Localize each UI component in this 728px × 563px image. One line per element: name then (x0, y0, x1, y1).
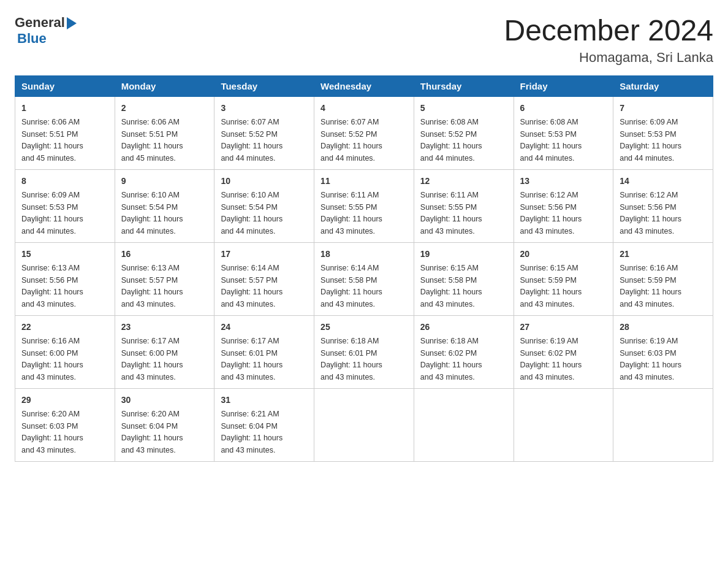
calendar-cell (314, 388, 414, 461)
day-number: 16 (121, 248, 208, 261)
calendar-cell: 23 Sunrise: 6:17 AMSunset: 6:00 PMDaylig… (115, 315, 214, 388)
day-number: 19 (420, 248, 507, 261)
calendar-cell: 5 Sunrise: 6:08 AMSunset: 5:52 PMDayligh… (414, 96, 514, 169)
calendar-cell: 21 Sunrise: 6:16 AMSunset: 5:59 PMDaylig… (613, 242, 713, 315)
calendar-cell: 17 Sunrise: 6:14 AMSunset: 5:57 PMDaylig… (214, 242, 314, 315)
day-info: Sunrise: 6:06 AMSunset: 5:51 PMDaylight:… (21, 118, 83, 163)
day-number: 5 (420, 102, 507, 115)
calendar-header-wednesday: Wednesday (314, 75, 414, 96)
day-info: Sunrise: 6:18 AMSunset: 6:02 PMDaylight:… (420, 337, 482, 381)
calendar-cell: 3 Sunrise: 6:07 AMSunset: 5:52 PMDayligh… (214, 96, 314, 169)
day-info: Sunrise: 6:11 AMSunset: 5:55 PMDaylight:… (420, 191, 482, 236)
day-info: Sunrise: 6:07 AMSunset: 5:52 PMDaylight:… (221, 118, 282, 163)
calendar-week-row: 29 Sunrise: 6:20 AMSunset: 6:03 PMDaylig… (15, 388, 713, 461)
calendar-cell: 22 Sunrise: 6:16 AMSunset: 6:00 PMDaylig… (15, 315, 115, 388)
day-number: 2 (121, 102, 208, 115)
calendar-cell: 25 Sunrise: 6:18 AMSunset: 6:01 PMDaylig… (314, 315, 414, 388)
day-number: 9 (121, 175, 208, 188)
day-info: Sunrise: 6:13 AMSunset: 5:56 PMDaylight:… (21, 264, 83, 308)
day-info: Sunrise: 6:15 AMSunset: 5:59 PMDaylight:… (520, 264, 582, 308)
day-number: 20 (520, 248, 607, 261)
day-number: 18 (320, 248, 408, 261)
calendar-cell: 6 Sunrise: 6:08 AMSunset: 5:53 PMDayligh… (514, 96, 613, 169)
calendar-cell: 26 Sunrise: 6:18 AMSunset: 6:02 PMDaylig… (414, 315, 514, 388)
calendar-cell: 18 Sunrise: 6:14 AMSunset: 5:58 PMDaylig… (314, 242, 414, 315)
calendar-week-row: 22 Sunrise: 6:16 AMSunset: 6:00 PMDaylig… (15, 315, 713, 388)
calendar-cell: 24 Sunrise: 6:17 AMSunset: 6:01 PMDaylig… (214, 315, 314, 388)
calendar-cell: 13 Sunrise: 6:12 AMSunset: 5:56 PMDaylig… (514, 169, 613, 242)
calendar-header-monday: Monday (115, 75, 214, 96)
calendar-week-row: 1 Sunrise: 6:06 AMSunset: 5:51 PMDayligh… (15, 96, 713, 169)
logo: General Blue (15, 15, 77, 47)
calendar-cell: 9 Sunrise: 6:10 AMSunset: 5:54 PMDayligh… (115, 169, 214, 242)
day-info: Sunrise: 6:20 AMSunset: 6:04 PMDaylight:… (121, 410, 183, 454)
calendar-cell: 4 Sunrise: 6:07 AMSunset: 5:52 PMDayligh… (314, 96, 414, 169)
calendar-cell: 15 Sunrise: 6:13 AMSunset: 5:56 PMDaylig… (15, 242, 115, 315)
day-info: Sunrise: 6:19 AMSunset: 6:03 PMDaylight:… (620, 337, 681, 381)
day-info: Sunrise: 6:11 AMSunset: 5:55 PMDaylight:… (320, 191, 382, 236)
calendar-header-tuesday: Tuesday (214, 75, 314, 96)
day-info: Sunrise: 6:15 AMSunset: 5:58 PMDaylight:… (420, 264, 482, 308)
day-info: Sunrise: 6:14 AMSunset: 5:57 PMDaylight:… (221, 264, 282, 308)
day-number: 30 (121, 394, 208, 407)
day-number: 7 (620, 102, 707, 115)
day-number: 15 (21, 248, 108, 261)
calendar-table: SundayMondayTuesdayWednesdayThursdayFrid… (15, 75, 713, 462)
calendar-cell: 2 Sunrise: 6:06 AMSunset: 5:51 PMDayligh… (115, 96, 214, 169)
day-number: 6 (520, 102, 607, 115)
page-header: General Blue December 2024 Homagama, Sri… (15, 15, 713, 66)
calendar-header-thursday: Thursday (414, 75, 514, 96)
day-number: 11 (320, 175, 408, 188)
day-info: Sunrise: 6:08 AMSunset: 5:53 PMDaylight:… (520, 118, 582, 163)
day-number: 4 (320, 102, 408, 115)
logo-blue-text: Blue (17, 31, 47, 47)
calendar-cell: 7 Sunrise: 6:09 AMSunset: 5:53 PMDayligh… (613, 96, 713, 169)
day-info: Sunrise: 6:14 AMSunset: 5:58 PMDaylight:… (320, 264, 382, 308)
day-info: Sunrise: 6:09 AMSunset: 5:53 PMDaylight:… (620, 118, 681, 163)
day-number: 23 (121, 321, 208, 334)
calendar-cell: 1 Sunrise: 6:06 AMSunset: 5:51 PMDayligh… (15, 96, 115, 169)
calendar-week-row: 15 Sunrise: 6:13 AMSunset: 5:56 PMDaylig… (15, 242, 713, 315)
day-info: Sunrise: 6:19 AMSunset: 6:02 PMDaylight:… (520, 337, 582, 381)
calendar-header-row: SundayMondayTuesdayWednesdayThursdayFrid… (15, 75, 713, 96)
day-number: 28 (620, 321, 707, 334)
calendar-cell: 28 Sunrise: 6:19 AMSunset: 6:03 PMDaylig… (613, 315, 713, 388)
calendar-cell: 30 Sunrise: 6:20 AMSunset: 6:04 PMDaylig… (115, 388, 214, 461)
day-number: 12 (420, 175, 507, 188)
calendar-cell: 20 Sunrise: 6:15 AMSunset: 5:59 PMDaylig… (514, 242, 613, 315)
day-info: Sunrise: 6:07 AMSunset: 5:52 PMDaylight:… (320, 118, 382, 163)
logo-chevron-icon (67, 17, 77, 29)
calendar-cell: 31 Sunrise: 6:21 AMSunset: 6:04 PMDaylig… (214, 388, 314, 461)
day-number: 27 (520, 321, 607, 334)
calendar-cell: 19 Sunrise: 6:15 AMSunset: 5:58 PMDaylig… (414, 242, 514, 315)
day-info: Sunrise: 6:12 AMSunset: 5:56 PMDaylight:… (520, 191, 582, 236)
calendar-cell: 27 Sunrise: 6:19 AMSunset: 6:02 PMDaylig… (514, 315, 613, 388)
day-number: 25 (320, 321, 408, 334)
calendar-cell (414, 388, 514, 461)
day-info: Sunrise: 6:09 AMSunset: 5:53 PMDaylight:… (21, 191, 83, 236)
day-number: 17 (221, 248, 308, 261)
day-info: Sunrise: 6:08 AMSunset: 5:52 PMDaylight:… (420, 118, 482, 163)
calendar-cell: 14 Sunrise: 6:12 AMSunset: 5:56 PMDaylig… (613, 169, 713, 242)
calendar-cell (514, 388, 613, 461)
calendar-cell (613, 388, 713, 461)
day-info: Sunrise: 6:16 AMSunset: 6:00 PMDaylight:… (21, 337, 83, 381)
day-number: 3 (221, 102, 308, 115)
day-number: 24 (221, 321, 308, 334)
day-info: Sunrise: 6:12 AMSunset: 5:56 PMDaylight:… (620, 191, 681, 236)
day-number: 10 (221, 175, 308, 188)
page-title: December 2024 (504, 15, 713, 47)
calendar-cell: 16 Sunrise: 6:13 AMSunset: 5:57 PMDaylig… (115, 242, 214, 315)
day-info: Sunrise: 6:10 AMSunset: 5:54 PMDaylight:… (221, 191, 282, 236)
day-number: 26 (420, 321, 507, 334)
calendar-cell: 10 Sunrise: 6:10 AMSunset: 5:54 PMDaylig… (214, 169, 314, 242)
day-number: 29 (21, 394, 108, 407)
calendar-header-sunday: Sunday (15, 75, 115, 96)
day-info: Sunrise: 6:16 AMSunset: 5:59 PMDaylight:… (620, 264, 681, 308)
day-info: Sunrise: 6:17 AMSunset: 6:01 PMDaylight:… (221, 337, 282, 381)
logo-general-text: General (15, 15, 65, 31)
calendar-cell: 29 Sunrise: 6:20 AMSunset: 6:03 PMDaylig… (15, 388, 115, 461)
day-number: 1 (21, 102, 108, 115)
day-number: 21 (620, 248, 707, 261)
page-subtitle: Homagama, Sri Lanka (504, 50, 713, 66)
